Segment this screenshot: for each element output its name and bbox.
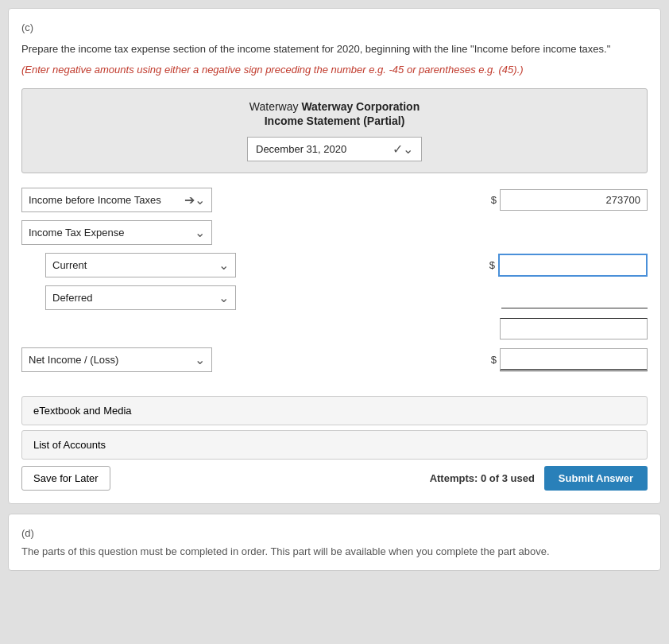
- submit-button[interactable]: Submit Answer: [544, 466, 648, 491]
- etextbook-button[interactable]: eTextbook and Media: [21, 396, 648, 425]
- net-income-dollar-sign: $: [491, 354, 497, 366]
- deferred-arrow-icon: ⌄: [218, 290, 229, 305]
- form-area: Income before Income Taxes ➔⌄ $ Income T…: [21, 184, 648, 383]
- statement-box: Waterway Waterway Corporation Income Sta…: [21, 88, 648, 173]
- deferred-row: Deferred ⌄: [45, 285, 648, 310]
- attempts-text: Attempts: 0 of 3 used: [430, 472, 535, 484]
- income-before-taxes-input[interactable]: [500, 189, 648, 211]
- current-arrow-icon: ⌄: [218, 258, 229, 273]
- net-income-dropdown[interactable]: Net Income / (Loss) ⌄: [21, 347, 212, 372]
- current-label: Current: [52, 259, 87, 271]
- section-d-label: (d): [21, 527, 648, 539]
- footer-row: Save for Later Attempts: 0 of 3 used Sub…: [21, 466, 648, 491]
- income-before-taxes-label: Income before Income Taxes: [29, 194, 161, 206]
- income-before-taxes-dropdown[interactable]: Income before Income Taxes ➔⌄: [21, 188, 212, 212]
- date-label: December 31, 2020: [256, 143, 346, 155]
- subtotal-input[interactable]: [500, 318, 648, 339]
- income-before-taxes-row: Income before Income Taxes ➔⌄ $: [21, 188, 648, 212]
- instruction-text: Prepare the income tax expense section o…: [21, 41, 648, 57]
- section-d-text: The parts of this question must be compl…: [21, 545, 648, 557]
- save-later-button[interactable]: Save for Later: [21, 466, 110, 491]
- net-income-input[interactable]: [500, 348, 648, 371]
- current-dropdown[interactable]: Current ⌄: [45, 253, 236, 277]
- section-d-card: (d) The parts of this question must be c…: [8, 514, 661, 571]
- date-dropdown-row: December 31, 2020 ✓⌄: [38, 137, 631, 161]
- deferred-label: Deferred: [52, 292, 93, 304]
- income-tax-expense-dropdown[interactable]: Income Tax Expense ⌄: [21, 220, 212, 245]
- section-c-card: (c) Prepare the income tax expense secti…: [8, 8, 661, 504]
- net-income-arrow-icon: ⌄: [195, 352, 205, 367]
- date-dropdown-arrow-icon: ✓⌄: [393, 142, 413, 157]
- deferred-dropdown[interactable]: Deferred ⌄: [45, 285, 236, 310]
- income-tax-expense-arrow-icon: ⌄: [195, 225, 205, 240]
- deferred-input[interactable]: [501, 288, 648, 308]
- section-c-label: (c): [21, 21, 648, 33]
- current-dollar-sign: $: [489, 259, 495, 271]
- income-tax-expense-label: Income Tax Expense: [29, 227, 124, 239]
- income-before-taxes-arrow-icon: ➔⌄: [184, 192, 205, 208]
- company-name: Waterway Waterway Corporation: [38, 100, 631, 113]
- instruction-italic: (Enter negative amounts using either a n…: [21, 62, 648, 78]
- statement-title: Income Statement (Partial): [38, 114, 631, 127]
- list-accounts-button[interactable]: List of Accounts: [21, 430, 648, 460]
- net-income-row: Net Income / (Loss) ⌄ $: [21, 347, 648, 372]
- income-before-taxes-dollar-sign: $: [491, 194, 497, 206]
- income-tax-expense-row: Income Tax Expense ⌄: [21, 220, 648, 245]
- current-row: Current ⌄ $: [45, 253, 648, 277]
- date-dropdown[interactable]: December 31, 2020 ✓⌄: [247, 137, 422, 161]
- subtotal-row: [21, 318, 648, 339]
- net-income-label: Net Income / (Loss): [29, 354, 118, 366]
- current-input[interactable]: [498, 254, 648, 277]
